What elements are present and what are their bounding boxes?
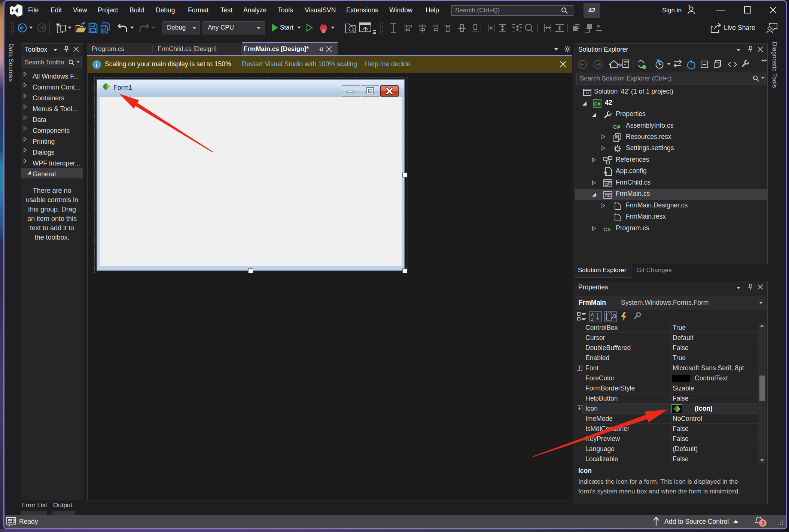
svg-text:C#: C# [603,226,611,232]
svg-text:A: A [591,312,594,317]
svg-text:C#: C# [613,124,621,130]
svg-text:Z: Z [591,317,594,322]
svg-text:C#: C# [594,101,600,107]
